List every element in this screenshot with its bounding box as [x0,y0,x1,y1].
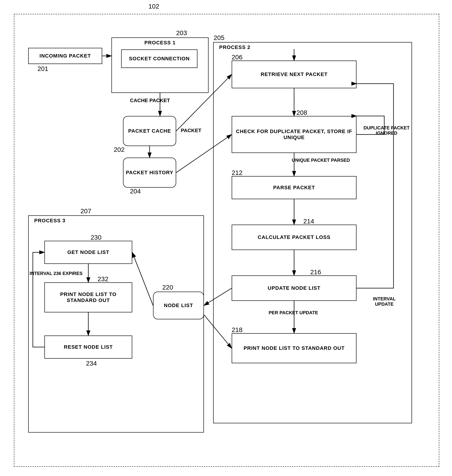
parse-packet-box: PARSE PACKET [232,176,357,199]
incoming-packet-box: INCOMING PACKET [28,48,102,64]
cache-packet-label: CACHE PACKET [130,98,170,104]
process1-box: PROCESS 1 SOCKET CONNECTION [112,37,209,93]
packet-history-box: PACKET HISTORY [123,158,176,188]
ref-205: 205 [214,34,225,42]
ref-216: 216 [310,268,321,276]
socket-connection-box: SOCKET CONNECTION [121,49,197,68]
calculate-packet-loss-box: CALCULATE PACKET LOSS [232,225,357,250]
packet-label: PACKET [181,128,201,134]
ref-202: 202 [114,146,125,153]
ref-220: 220 [162,284,173,291]
ref-230: 230 [91,234,101,241]
ref-102: 102 [148,3,159,10]
ref-208: 208 [296,109,307,117]
packet-cache-box: PACKET CACHE [123,116,176,146]
interval-expires: INTERVAL 236 EXPIRES [30,271,83,276]
process1-title: PROCESS 1 [145,40,176,46]
process2-title: PROCESS 2 [219,44,250,50]
ref-204: 204 [130,188,141,195]
node-list-box: NODE LIST [153,292,204,319]
retrieve-next-packet-box: RETRIEVE NEXT PACKET [232,60,357,88]
ref-203: 203 [176,29,187,37]
duplicate-packet-ignored: DUPLICATE PACKET IGNORED [363,125,410,136]
process3-title: PROCESS 3 [34,218,66,224]
get-node-list-box: GET NODE LIST [44,241,132,264]
print-node-list-p3-box: PRINT NODE LIST TO STANDARD OUT [44,282,132,313]
check-duplicate-box: CHECK FOR DUPLICATE PACKET, STORE IF UNI… [232,116,357,153]
ref-206: 206 [232,54,243,61]
ref-212: 212 [232,169,243,176]
ref-234: 234 [86,360,97,367]
ref-218: 218 [232,326,243,334]
reset-node-list-box: RESET NODE LIST [44,335,132,359]
ref-232: 232 [98,275,108,283]
per-packet-update: PER PACKET UPDATE [269,310,318,315]
interval-update: INTERVAL UPDATE [363,296,405,307]
ref-207: 207 [80,208,91,215]
unique-packet-parsed: UNIQUE PACKET PARSED [292,158,350,163]
diagram-container: 102 PROCESS 1 SOCKET CONNECTION 203 INCO… [14,14,439,467]
update-node-list-box: UPDATE NODE LIST [232,275,357,301]
ref-214: 214 [303,218,314,225]
ref-201: 201 [37,65,48,72]
print-node-list-p2-box: PRINT NODE LIST TO STANDARD OUT [232,333,357,363]
